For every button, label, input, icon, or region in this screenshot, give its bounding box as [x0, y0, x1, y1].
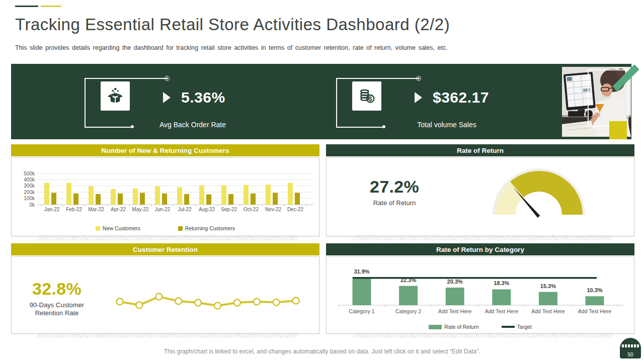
kpi-total-volume-sales: $ $362.17 Total volume Sales: [336, 64, 517, 139]
arrow-right-icon: [163, 92, 171, 103]
accent-dash-yellow: [41, 6, 61, 7]
panel-title: Number of New & Returning Customers: [101, 147, 229, 154]
svg-text:200k: 200k: [24, 190, 35, 195]
svg-text:500k: 500k: [24, 171, 35, 176]
storefront-windows: [620, 344, 641, 347]
svg-text:Add Text Here: Add Text Here: [531, 308, 565, 314]
panel-category: Rate of Return by Category 31.9%Category…: [326, 243, 634, 334]
svg-text:Oct-22: Oct-22: [244, 207, 259, 212]
svg-text:Category 1: Category 1: [349, 308, 375, 314]
rate-of-return-label: Rate of Return: [344, 199, 445, 207]
svg-text:0k: 0k: [29, 202, 35, 208]
shadow-hatch: [351, 235, 615, 240]
svg-text:Dec-22: Dec-22: [287, 207, 304, 212]
page-number: 50: [620, 352, 641, 357]
svg-text:31.9%: 31.9%: [354, 268, 369, 275]
legend-swatch-returning-customers: [178, 226, 183, 231]
rate-of-return-gauge[interactable]: [327, 158, 634, 236]
legend-label: Target: [517, 324, 532, 330]
svg-text:10.3%: 10.3%: [587, 287, 602, 293]
coins-dollar-icon: $: [357, 86, 377, 106]
svg-text:Nov-22: Nov-22: [265, 207, 282, 212]
shadow-hatch: [351, 333, 615, 338]
legend-swatch-target: [502, 326, 515, 328]
shadow-hatch: [36, 235, 300, 240]
svg-text:300k: 300k: [24, 183, 35, 189]
bracket-line: [336, 127, 382, 128]
svg-text:Aug-22: Aug-22: [199, 207, 215, 212]
panel-rate-of-return: Rate of Return 27.2% Rate of Return: [326, 144, 634, 236]
bracket-line: [85, 78, 166, 79]
panel-title: Rate of Return by Category: [436, 246, 524, 253]
bracket-line: [336, 78, 418, 79]
yellow-square-decoration: [609, 121, 627, 139]
svg-text:100k: 100k: [24, 196, 35, 201]
svg-text:Jun-22: Jun-22: [155, 207, 171, 212]
accent-dash-dark: [15, 6, 38, 7]
kpi-banner: 5.36% Avg Back Order Rate $: [11, 64, 631, 139]
kpi-icon-tile: [101, 81, 130, 111]
svg-text:Add Text Here: Add Text Here: [485, 308, 519, 314]
svg-text:May-22: May-22: [132, 207, 149, 212]
bracket-line: [85, 127, 131, 128]
legend-item: Target: [502, 324, 532, 330]
category-legend: Rate of Return Target: [327, 324, 634, 330]
shadow-hatch: [36, 333, 300, 338]
panel-retention: Customer Retention 32.8% 90-Days Custome…: [11, 243, 319, 334]
page-subtitle: This slide provides details regarding th…: [15, 44, 493, 51]
footer-note: This graph/chart is linked to excel, and…: [0, 348, 644, 355]
retention-label: 90-Days Customer Retention Rate: [17, 301, 97, 318]
arrow-right-icon: [415, 92, 422, 103]
open-box-icon: [105, 86, 125, 106]
legend-label: New Customers: [103, 225, 140, 231]
svg-text:400k: 400k: [24, 177, 35, 183]
bracket-ring: [416, 76, 421, 81]
storefront-page-icon: 50: [620, 338, 641, 358]
legend-swatch-rate-of-return: [429, 325, 442, 329]
svg-text:Add Text Here: Add Text Here: [578, 308, 612, 314]
bracket-dot: [382, 125, 385, 128]
kpi-value: 5.36%: [181, 89, 267, 106]
legend-label: Returning Customers: [185, 225, 235, 231]
svg-text:$: $: [369, 96, 372, 103]
svg-text:Category 2: Category 2: [395, 308, 422, 314]
kpi-label: Avg Back Order Rate: [137, 121, 248, 129]
rate-of-return-value: 27.2%: [344, 177, 445, 197]
svg-text:Sep-22: Sep-22: [221, 207, 237, 212]
kpi-icon-tile: $: [352, 81, 381, 111]
panel-customers-header: Number of New & Returning Customers: [11, 144, 319, 156]
customers-legend: New Customers Returning Customers: [12, 225, 319, 231]
legend-item: New Customers: [96, 225, 140, 231]
legend-swatch-new-customers: [96, 226, 100, 231]
legend-item: Rate of Return: [429, 324, 478, 330]
rate-of-return-by-category-chart[interactable]: 31.9%Category 122.3%Category 220.3%Add T…: [327, 257, 634, 333]
kpi-label: Total volume Sales: [391, 121, 502, 129]
svg-text:Jul-22: Jul-22: [178, 207, 192, 212]
panel-customers: Number of New & Returning Customers 0k10…: [11, 144, 319, 236]
slide-page: Tracking Essential Retail Store Activiti…: [0, 0, 644, 362]
kpi-value: $362.17: [433, 89, 528, 106]
bracket-dot: [131, 125, 134, 128]
retention-value: 32.8%: [17, 279, 97, 299]
kpi-back-order-rate: 5.36% Avg Back Order Rate: [85, 64, 266, 139]
new-returning-customers-chart[interactable]: 0k100k200k300k400k500kJan-22Feb-22Mar-22…: [12, 158, 319, 236]
svg-text:18.3%: 18.3%: [494, 280, 509, 286]
svg-text:20.3%: 20.3%: [447, 279, 463, 285]
bracket-ring: [165, 76, 170, 81]
svg-text:15.3%: 15.3%: [540, 283, 556, 289]
panel-category-header: Rate of Return by Category: [326, 243, 634, 255]
bracket-line: [85, 78, 86, 127]
legend-label: Rate of Return: [444, 324, 478, 330]
bracket-line: [336, 78, 337, 127]
svg-text:Apr-22: Apr-22: [111, 207, 126, 212]
svg-text:Feb-22: Feb-22: [66, 207, 82, 212]
page-title: Tracking Essential Retail Store Activiti…: [15, 15, 548, 34]
panel-rate-of-return-header: Rate of Return: [326, 144, 634, 156]
legend-item: Returning Customers: [178, 225, 235, 231]
svg-text:Add Text Here: Add Text Here: [438, 308, 472, 314]
panel-title: Customer Retention: [133, 246, 198, 253]
svg-text:Jan-22: Jan-22: [44, 207, 60, 212]
panel-retention-header: Customer Retention: [11, 243, 319, 255]
panel-title: Rate of Return: [457, 147, 504, 154]
svg-text:Mar-22: Mar-22: [88, 207, 104, 212]
